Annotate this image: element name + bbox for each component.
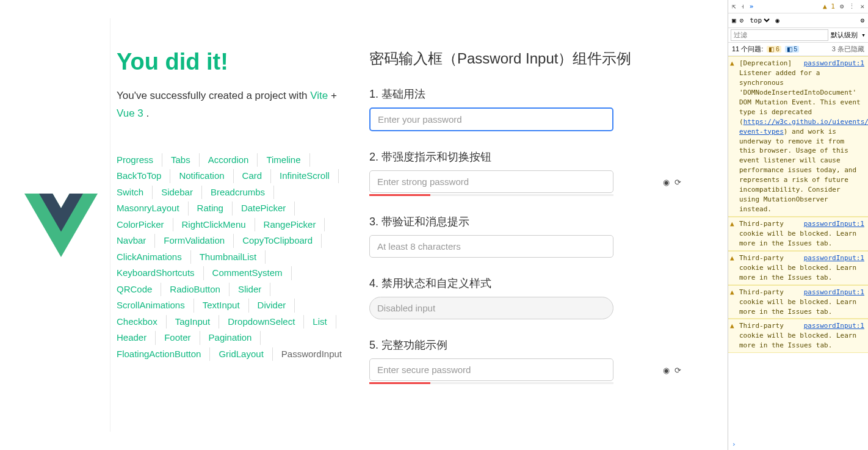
warning-icon: ▲ (730, 219, 734, 229)
console-warning-message[interactable]: ▲Third-party passwordInput:1cookie will … (728, 319, 868, 353)
warning-icon[interactable]: ▲ 1 (823, 2, 835, 10)
nav-link-switch[interactable]: Switch (117, 186, 153, 200)
nav-link-keyboardshortcuts[interactable]: KeyboardShortcuts (117, 266, 204, 280)
nav-link-colorpicker[interactable]: ColorPicker (117, 218, 173, 232)
deprecation-link[interactable]: https://w3c.github.io/uievents/#legacy-e… (739, 118, 868, 136)
console-prompt-icon[interactable]: › (728, 438, 868, 450)
password-input[interactable] (369, 170, 613, 193)
console-filter-input[interactable] (731, 29, 828, 41)
generate-password-icon[interactable]: ⟳ (675, 177, 681, 186)
issues-badge-1[interactable]: ◧ 6 (767, 46, 781, 53)
source-link[interactable]: passwordInput:1 (804, 254, 864, 262)
console-warning-message[interactable]: ▲Third-party passwordInput:1cookie will … (728, 251, 868, 285)
section-label: 5. 完整功能示例 (369, 338, 690, 352)
vue-logo-icon (24, 194, 98, 257)
nav-link-backtotop[interactable]: BackToTop (117, 169, 170, 183)
context-select[interactable]: top (747, 16, 772, 25)
nav-link-infinitescroll[interactable]: InfiniteScroll (280, 169, 339, 183)
nav-link-rangepicker[interactable]: RangePicker (264, 218, 325, 232)
warning-icon: ▲ (730, 321, 734, 331)
section-label: 2. 带强度指示和切换按钮 (369, 150, 690, 164)
nav-link-navbar[interactable]: Navbar (117, 234, 155, 248)
nav-link-clickanimations[interactable]: ClickAnimations (117, 250, 191, 264)
nav-link-thumbnaillist[interactable]: ThumbnailList (200, 250, 266, 264)
nav-link-rightclickmenu[interactable]: RightClickMenu (182, 218, 255, 232)
close-icon[interactable]: ✕ (860, 2, 864, 10)
eye-icon[interactable]: ◉ (775, 16, 779, 24)
nav-link-divider[interactable]: Divider (258, 299, 295, 313)
nav-link-scrollanimations[interactable]: ScrollAnimations (117, 299, 194, 313)
console-warning-message[interactable]: ▲passwordInput:1[Deprecation] Listener a… (728, 56, 868, 217)
nav-link-rating[interactable]: Rating (197, 201, 233, 216)
password-input (369, 297, 613, 319)
source-link[interactable]: passwordInput:1 (804, 322, 864, 330)
console-warning-message[interactable]: ▲Third-party passwordInput:1cookie will … (728, 285, 868, 319)
generate-password-icon[interactable]: ⟳ (675, 365, 681, 374)
hidden-count-label[interactable]: 3 条已隐藏 (832, 45, 864, 54)
nav-link-slider[interactable]: Slider (238, 283, 270, 297)
more-tabs-icon[interactable]: » (750, 2, 754, 10)
inspect-element-icon[interactable]: ⇱ (732, 2, 736, 10)
nav-links: ProgressTabsAccordionTimelineBackToTopNo… (117, 153, 348, 364)
warning-icon: ▲ (730, 253, 734, 263)
hero-title: You did it! (117, 49, 348, 75)
console-warning-message[interactable]: ▲Third-party passwordInput:1cookie will … (728, 217, 868, 251)
nav-link-floatingactionbutton[interactable]: FloatingActionButton (117, 347, 210, 361)
devtools-toolbar: ⇱ ⫞ » ▲ 1 ⚙ ⋮ ✕ (728, 0, 868, 13)
nav-link-gridlayout[interactable]: GridLayout (219, 347, 272, 361)
nav-link-datepicker[interactable]: DatePicker (241, 201, 295, 216)
section-label: 4. 禁用状态和自定义样式 (369, 276, 690, 291)
gear-icon[interactable]: ⚙ (840, 2, 844, 10)
toggle-visibility-icon[interactable]: ◉ (663, 177, 670, 186)
section-label: 1. 基础用法 (369, 87, 690, 101)
nav-link-accordion[interactable]: Accordion (208, 153, 258, 167)
log-level-select[interactable]: 默认级别 ▾ (831, 31, 866, 40)
nav-link-qrcode[interactable]: QRCode (117, 283, 161, 297)
nav-link-taginput[interactable]: TagInput (175, 315, 220, 329)
nav-link-radiobutton[interactable]: RadioButton (170, 283, 230, 297)
panel-title: 密码输入框（Password Input）组件示例 (369, 49, 690, 68)
more-icon[interactable]: ⋮ (848, 2, 855, 10)
nav-link-notification[interactable]: Notification (179, 169, 233, 183)
console-gear-icon[interactable]: ⚙ (860, 16, 864, 24)
nav-link-progress[interactable]: Progress (117, 153, 162, 167)
source-link[interactable]: passwordInput:1 (804, 59, 864, 67)
devtools-panel: ⇱ ⫞ » ▲ 1 ⚙ ⋮ ✕ ▣ ⊘ top ◉ ⚙ 默认级别 ▾ 11 个问… (728, 0, 868, 450)
password-input[interactable] (369, 358, 613, 381)
vite-link[interactable]: Vite (310, 90, 328, 101)
nav-link-breadcrumbs[interactable]: Breadcrumbs (211, 186, 274, 200)
nav-link-copytoclipboard[interactable]: CopyToClipboard (242, 234, 322, 248)
nav-link-card[interactable]: Card (242, 169, 272, 183)
nav-link-dropdownselect[interactable]: DropdownSelect (228, 315, 304, 329)
strength-bar (369, 194, 613, 196)
warning-icon: ▲ (730, 59, 734, 68)
password-input[interactable] (369, 235, 613, 258)
sidebar-toggle-icon[interactable]: ▣ (732, 16, 736, 24)
toggle-visibility-icon[interactable]: ◉ (663, 365, 670, 374)
nav-link-footer[interactable]: Footer (164, 331, 200, 345)
source-link[interactable]: passwordInput:1 (804, 220, 864, 228)
issues-count-label[interactable]: 11 个问题: (732, 45, 763, 54)
nav-link-textinput[interactable]: TextInput (203, 299, 249, 313)
nav-link-masonrylayout[interactable]: MasonryLayout (117, 201, 189, 216)
nav-link-list[interactable]: List (313, 315, 336, 329)
strength-bar (369, 382, 613, 384)
nav-link-sidebar[interactable]: Sidebar (161, 186, 202, 200)
nav-link-tabs[interactable]: Tabs (171, 153, 200, 167)
nav-link-formvalidation[interactable]: FormValidation (164, 234, 234, 248)
vue-link[interactable]: Vue 3 (117, 107, 143, 119)
nav-link-pagination[interactable]: Pagination (209, 331, 261, 345)
nav-link-timeline[interactable]: Timeline (266, 153, 309, 167)
device-toggle-icon[interactable]: ⫞ (741, 2, 745, 10)
nav-link-commentsystem[interactable]: CommentSystem (212, 266, 292, 280)
clear-console-icon[interactable]: ⊘ (740, 16, 744, 24)
section-label: 3. 带验证和消息提示 (369, 214, 690, 229)
nav-link-header[interactable]: Header (117, 331, 156, 345)
strength-fill (369, 382, 430, 384)
issues-badge-2[interactable]: ◧ 5 (785, 46, 799, 53)
strength-fill (369, 194, 430, 196)
warning-icon: ▲ (730, 288, 734, 297)
nav-link-checkbox[interactable]: Checkbox (117, 315, 167, 329)
password-input[interactable] (369, 107, 613, 131)
source-link[interactable]: passwordInput:1 (804, 288, 864, 296)
